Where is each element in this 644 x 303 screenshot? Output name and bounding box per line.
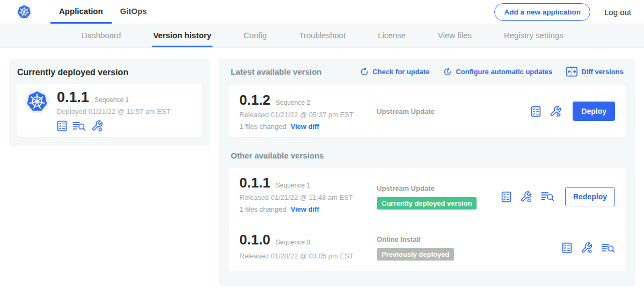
current-version-sequence: Sequence 1 xyxy=(94,96,129,104)
tab-gitops[interactable]: GitOps xyxy=(112,0,156,24)
tab-view-files[interactable]: View files xyxy=(437,24,473,47)
released-timestamp: Released 01/21/22 @ 11:48 am EST xyxy=(239,193,377,201)
version-row-0-1-0: 0.1.0 Sequence 0 Released 01/20/22 @ 03:… xyxy=(229,225,626,271)
version-number: 0.1.2 xyxy=(239,93,270,107)
schedule-update-icon xyxy=(443,68,452,76)
deploy-logs-icon[interactable] xyxy=(602,243,615,254)
deploy-button[interactable]: Deploy xyxy=(573,102,615,121)
check-for-update-link[interactable]: Check for update xyxy=(360,67,429,77)
app-icon xyxy=(25,89,49,114)
redeploy-button[interactable]: Redeploy xyxy=(565,187,615,206)
deployed-timestamp: Deployed 01/21/22 @ 11:57 am EST xyxy=(57,107,171,116)
preflight-checks-icon[interactable] xyxy=(562,242,572,254)
view-diff-link[interactable]: View diff xyxy=(290,122,319,131)
edit-config-icon[interactable] xyxy=(91,120,104,132)
files-changed-label: 1 files changed xyxy=(239,122,286,131)
diff-versions-label: Diff versions xyxy=(581,68,624,76)
version-info: 0.1.2 Sequence 2 Released 01/21/22 @ 05:… xyxy=(239,91,377,131)
add-application-button[interactable]: Add a new application xyxy=(494,3,590,21)
version-number: 0.1.1 xyxy=(239,176,270,190)
tab-troubleshoot[interactable]: Troubleshoot xyxy=(298,24,347,47)
brand-logo xyxy=(16,0,32,24)
previously-deployed-badge: Previously deployed xyxy=(377,248,454,261)
currently-deployed-title: Currently deployed version xyxy=(17,68,202,77)
version-status: Upstream Update xyxy=(377,91,531,131)
kubernetes-logo-icon xyxy=(16,4,32,20)
current-version-detail: 0.1.1 Sequence 1 Deployed 01/21/22 @ 11:… xyxy=(17,84,202,137)
latest-version-header: Latest available version xyxy=(231,67,321,76)
tab-application[interactable]: Application xyxy=(50,0,112,24)
version-status: Online Install Previously deployed xyxy=(377,231,562,265)
kots-admin-console: Application GitOps Add a new application… xyxy=(0,0,644,303)
version-actions xyxy=(562,231,615,265)
version-history-panel: Latest available version Check for updat… xyxy=(219,59,635,286)
view-config-icon[interactable] xyxy=(581,242,593,254)
logout-link[interactable]: Log out xyxy=(604,8,631,17)
version-info: 0.1.1 Sequence 1 Released 01/21/22 @ 11:… xyxy=(239,174,377,219)
tab-registry-settings[interactable]: Registry settings xyxy=(503,24,565,47)
configure-automatic-updates-label: Configure automatic updates xyxy=(456,68,552,76)
deploy-logs-icon[interactable] xyxy=(72,121,86,132)
tab-version-history[interactable]: Version history xyxy=(152,24,212,47)
files-changed-label: 1 files changed xyxy=(239,205,286,213)
preflight-checks-icon[interactable] xyxy=(531,106,541,117)
released-timestamp: Released 01/21/22 @ 05:37 pm EST xyxy=(239,111,377,119)
edit-config-icon[interactable] xyxy=(550,105,562,118)
currently-deployed-card: Currently deployed version 0.1.1 Sequenc… xyxy=(9,59,210,146)
refresh-icon xyxy=(360,68,369,76)
currently-deployed-badge: Currently deployed version xyxy=(377,197,477,210)
version-actions: Redeploy xyxy=(501,174,615,219)
top-navbar: Application GitOps Add a new application… xyxy=(0,0,644,24)
released-timestamp: Released 01/20/22 @ 03:05 pm EST xyxy=(239,252,377,260)
tab-config[interactable]: Config xyxy=(243,24,268,47)
other-versions-header: Other available versions xyxy=(231,151,624,160)
version-number: 0.1.0 xyxy=(239,233,270,247)
view-diff-link[interactable]: View diff xyxy=(290,205,319,213)
deploy-logs-icon[interactable] xyxy=(541,191,554,202)
configure-automatic-updates-link[interactable]: Configure automatic updates xyxy=(443,67,552,77)
check-for-update-label: Check for update xyxy=(372,68,429,76)
version-source-label: Online Install xyxy=(377,235,421,243)
version-row-0-1-1: 0.1.1 Sequence 1 Released 01/21/22 @ 11:… xyxy=(229,168,626,225)
tab-license[interactable]: License xyxy=(377,24,407,47)
current-version-number: 0.1.1 xyxy=(57,90,89,104)
version-sequence: Sequence 0 xyxy=(276,239,310,246)
version-source-label: Upstream Update xyxy=(377,107,435,116)
version-source-label: Upstream Update xyxy=(377,184,435,192)
edit-config-icon[interactable] xyxy=(520,191,532,203)
version-sequence: Sequence 2 xyxy=(276,99,310,106)
app-subnav: Dashboard Version history Config Trouble… xyxy=(0,24,644,48)
version-actions: Deploy xyxy=(531,91,615,131)
version-row-0-1-2: 0.1.2 Sequence 2 Released 01/21/22 @ 05:… xyxy=(229,85,626,137)
diff-versions-link[interactable]: Diff versions xyxy=(566,67,624,77)
tab-dashboard[interactable]: Dashboard xyxy=(80,24,122,47)
diff-versions-icon xyxy=(566,67,577,77)
topbar-actions: Add a new application Log out xyxy=(494,0,631,24)
preflight-checks-icon[interactable] xyxy=(57,120,67,132)
version-status: Upstream Update Currently deployed versi… xyxy=(377,174,501,219)
preflight-checks-icon[interactable] xyxy=(501,191,511,203)
version-info: 0.1.0 Sequence 0 Released 01/20/22 @ 03:… xyxy=(239,231,377,265)
version-sequence: Sequence 1 xyxy=(276,182,310,189)
